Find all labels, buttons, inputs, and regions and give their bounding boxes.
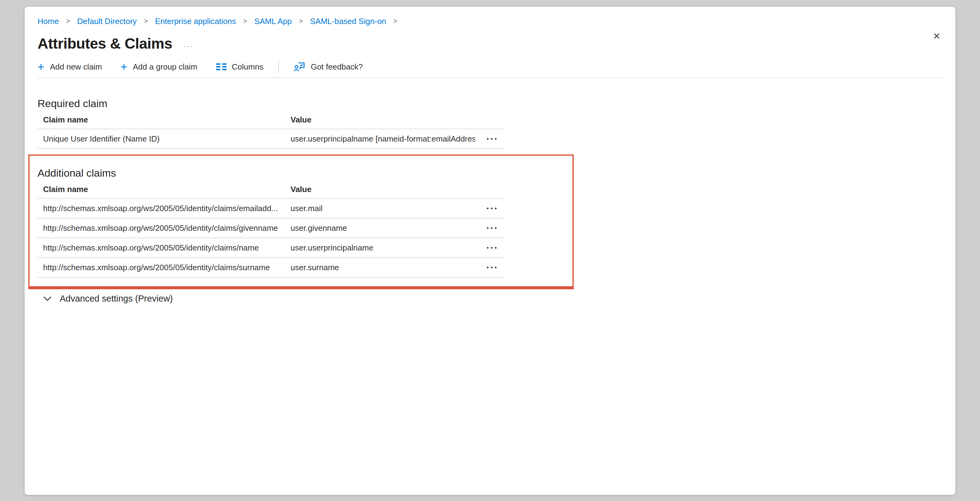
title-row: Attributes & Claims ··· (38, 34, 942, 54)
chevron-right-icon: > (299, 17, 303, 25)
chevron-right-icon: > (66, 17, 70, 25)
plus-icon: + (120, 62, 127, 72)
chevron-right-icon: > (144, 17, 148, 25)
table-row[interactable]: http://schemas.xmlsoap.org/ws/2005/05/id… (38, 258, 505, 278)
required-claim-table-header: Claim name Value (38, 112, 505, 129)
additional-claims-section: Additional claims Claim name Value http:… (38, 166, 942, 278)
claim-value-cell: user.mail (291, 204, 475, 213)
breadcrumb-enterprise-applications[interactable]: Enterprise applications (155, 17, 236, 26)
additional-claims-table-header: Claim name Value (38, 181, 505, 199)
required-claim-section: Required claim Claim name Value Unique U… (38, 97, 942, 149)
feedback-icon (294, 62, 305, 72)
plus-icon: + (38, 62, 45, 72)
chevron-right-icon: > (243, 17, 247, 25)
table-row[interactable]: http://schemas.xmlsoap.org/ws/2005/05/id… (38, 218, 505, 238)
additional-claims-heading: Additional claims (38, 166, 942, 180)
column-header-value: Value (291, 184, 475, 194)
command-bar: + Add new claim + Add a group claim (38, 62, 942, 78)
claim-name-cell: http://schemas.xmlsoap.org/ws/2005/05/id… (38, 204, 291, 213)
claim-name-cell: http://schemas.xmlsoap.org/ws/2005/05/id… (38, 243, 291, 252)
title-more-menu-icon[interactable]: ··· (183, 38, 194, 49)
advanced-settings-toggle[interactable]: Advanced settings (Preview) (38, 294, 173, 304)
got-feedback-label: Got feedback? (311, 62, 363, 72)
column-header-claim-name: Claim name (38, 115, 291, 124)
row-menu-icon[interactable]: ••• (484, 203, 505, 214)
columns-icon (216, 63, 226, 71)
breadcrumb-saml-app[interactable]: SAML App (254, 17, 292, 26)
add-group-claim-button[interactable]: + Add a group claim (120, 62, 197, 72)
add-new-claim-button[interactable]: + Add new claim (38, 62, 102, 72)
columns-button[interactable]: Columns (216, 62, 264, 72)
row-menu-icon[interactable]: ••• (484, 133, 505, 144)
breadcrumb-default-directory[interactable]: Default Directory (77, 17, 137, 26)
row-menu-icon[interactable]: ••• (484, 262, 505, 273)
claim-name-cell: Unique User Identifier (Name ID) (38, 134, 291, 143)
breadcrumb: Home > Default Directory > Enterprise ap… (38, 16, 942, 27)
column-header-value: Value (291, 115, 475, 124)
claim-name-cell: http://schemas.xmlsoap.org/ws/2005/05/id… (38, 263, 291, 272)
row-menu-icon[interactable]: ••• (484, 242, 505, 253)
claim-value-cell: user.givenname (291, 223, 475, 233)
breadcrumb-saml-based-sign-on[interactable]: SAML-based Sign-on (310, 17, 386, 26)
column-header-claim-name: Claim name (38, 184, 291, 194)
claim-name-cell: http://schemas.xmlsoap.org/ws/2005/05/id… (38, 223, 291, 233)
table-row[interactable]: http://schemas.xmlsoap.org/ws/2005/05/id… (38, 238, 505, 258)
chevron-right-icon: > (393, 17, 397, 25)
add-group-claim-label: Add a group claim (133, 62, 197, 72)
columns-label: Columns (232, 62, 264, 72)
row-menu-icon[interactable]: ••• (484, 223, 505, 234)
advanced-settings-label: Advanced settings (Preview) (60, 294, 173, 304)
got-feedback-button[interactable]: Got feedback? (294, 62, 363, 72)
claim-value-cell: user.userprincipalname (291, 243, 475, 252)
claim-value-cell: user.surname (291, 263, 475, 272)
required-claim-heading: Required claim (38, 97, 942, 111)
page-title: Attributes & Claims (38, 34, 172, 54)
chevron-down-icon (43, 296, 52, 301)
toolbar-divider (278, 60, 279, 73)
claim-value-cell: user.userprincipalname [nameid-format:em… (291, 134, 475, 143)
attributes-claims-blade: Home > Default Directory > Enterprise ap… (25, 7, 955, 495)
table-row[interactable]: Unique User Identifier (Name ID) user.us… (38, 129, 505, 149)
viewport: Home > Default Directory > Enterprise ap… (0, 0, 980, 501)
close-icon[interactable]: ✕ (933, 32, 940, 41)
table-row[interactable]: http://schemas.xmlsoap.org/ws/2005/05/id… (38, 199, 505, 218)
breadcrumb-home[interactable]: Home (38, 17, 59, 26)
add-new-claim-label: Add new claim (50, 62, 102, 72)
